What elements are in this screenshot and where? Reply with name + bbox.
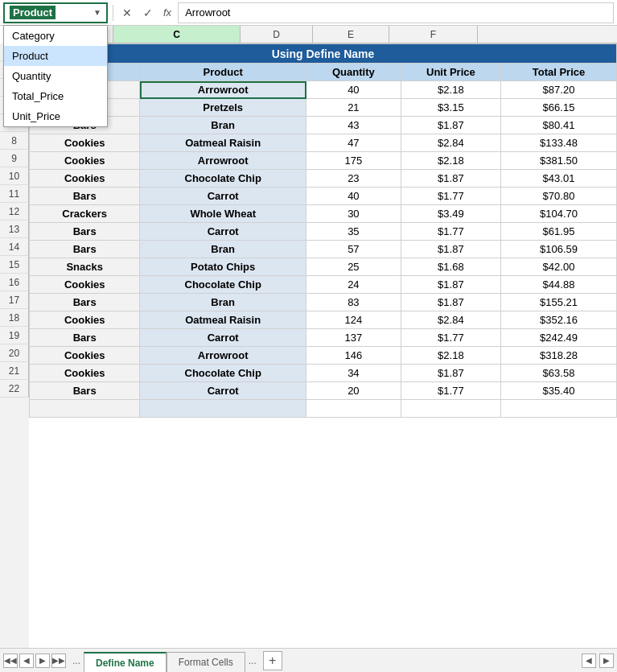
cell-cat[interactable]: Cookies [30, 134, 140, 152]
cell-total[interactable]: $104.70 [501, 205, 617, 223]
cell-cat[interactable]: Crackers [30, 205, 140, 223]
cell-cat[interactable]: Cookies [30, 170, 140, 188]
cell-cat[interactable]: Cookies [30, 152, 140, 170]
cell-qty[interactable]: 146 [306, 347, 401, 365]
cell-unit[interactable]: $1.68 [401, 258, 500, 276]
cell-qty[interactable]: 124 [306, 311, 401, 329]
cell-prod[interactable]: Oatmeal Raisin [140, 134, 306, 152]
cell-qty[interactable]: 40 [306, 81, 401, 99]
tab-scroll-left[interactable]: ◀ [582, 653, 596, 668]
cell-qty[interactable]: 137 [306, 329, 401, 347]
cell-total[interactable]: $106.59 [501, 241, 617, 258]
cell-total[interactable]: $44.88 [501, 276, 617, 294]
cell-cat[interactable]: Cookies [30, 311, 140, 329]
cell-prod[interactable]: Arrowroot [140, 152, 306, 170]
cell-empty[interactable] [140, 400, 306, 418]
dropdown-item-quantity[interactable]: Quantity [4, 66, 107, 86]
cell-prod[interactable]: Chocolate Chip [140, 365, 306, 382]
cell-qty[interactable]: 21 [306, 99, 401, 117]
dropdown-item-product[interactable]: Product [4, 46, 107, 66]
cell-cat[interactable]: Cookies [30, 347, 140, 365]
cell-total[interactable]: $242.49 [501, 329, 617, 347]
cell-qty[interactable]: 175 [306, 152, 401, 170]
cell-prod[interactable]: Arrowroot [140, 81, 306, 99]
cell-total[interactable]: $63.58 [501, 365, 617, 382]
cell-qty[interactable]: 35 [306, 223, 401, 241]
cell-qty[interactable]: 20 [306, 382, 401, 400]
dropdown-item-category[interactable]: Category [4, 26, 107, 46]
cell-prod[interactable]: Bran [140, 294, 306, 311]
cell-total[interactable]: $80.41 [501, 117, 617, 134]
cell-unit[interactable]: $2.18 [401, 152, 500, 170]
cell-unit[interactable]: $1.87 [401, 241, 500, 258]
cell-empty[interactable] [501, 400, 617, 418]
cell-cat[interactable]: Snacks [30, 258, 140, 276]
cell-unit[interactable]: $1.77 [401, 223, 500, 241]
cell-unit[interactable]: $2.18 [401, 347, 500, 365]
cell-qty[interactable]: 40 [306, 188, 401, 205]
cell-cat[interactable]: Bars [30, 294, 140, 311]
cell-qty[interactable]: 47 [306, 134, 401, 152]
cell-total[interactable]: $155.21 [501, 294, 617, 311]
tab-format-cells[interactable]: Format Cells [167, 652, 245, 673]
tab-last-btn[interactable]: ▶▶ [51, 653, 66, 668]
cell-unit[interactable]: $3.15 [401, 99, 500, 117]
cancel-button[interactable]: ✕ [118, 4, 136, 22]
cell-total[interactable]: $133.48 [501, 134, 617, 152]
cell-qty[interactable]: 83 [306, 294, 401, 311]
cell-total[interactable]: $87.20 [501, 81, 617, 99]
cell-qty[interactable]: 34 [306, 365, 401, 382]
cell-total[interactable]: $61.95 [501, 223, 617, 241]
cell-qty[interactable]: 24 [306, 276, 401, 294]
cell-unit[interactable]: $1.87 [401, 276, 500, 294]
cell-unit[interactable]: $1.77 [401, 329, 500, 347]
cell-empty[interactable] [306, 400, 401, 418]
cell-qty[interactable]: 25 [306, 258, 401, 276]
cell-total[interactable]: $352.16 [501, 311, 617, 329]
cell-empty[interactable] [401, 400, 500, 418]
cell-unit[interactable]: $2.84 [401, 134, 500, 152]
cell-qty[interactable]: 30 [306, 205, 401, 223]
cell-cat[interactable]: Bars [30, 223, 140, 241]
tab-scroll-right[interactable]: ▶ [599, 653, 614, 668]
tab-first-btn[interactable]: ◀◀ [3, 653, 18, 668]
cell-unit[interactable]: $2.84 [401, 311, 500, 329]
tab-add-button[interactable]: + [263, 651, 282, 670]
cell-prod[interactable]: Pretzels [140, 99, 306, 117]
cell-prod[interactable]: Bran [140, 241, 306, 258]
cell-qty[interactable]: 43 [306, 117, 401, 134]
dropdown-item-unit-price[interactable]: Unit_Price [4, 106, 107, 126]
cell-empty[interactable] [30, 400, 140, 418]
tab-prev-btn[interactable]: ◀ [19, 653, 34, 668]
cell-total[interactable]: $42.00 [501, 258, 617, 276]
cell-total[interactable]: $43.01 [501, 170, 617, 188]
cell-unit[interactable]: $2.18 [401, 81, 500, 99]
name-box-dropdown[interactable]: Category Product Quantity Total_Price Un… [3, 25, 108, 127]
col-header-e[interactable]: E [313, 26, 389, 43]
cell-qty[interactable]: 57 [306, 241, 401, 258]
cell-unit[interactable]: $1.77 [401, 382, 500, 400]
tab-next-btn[interactable]: ▶ [35, 653, 50, 668]
col-header-d[interactable]: D [241, 26, 313, 43]
formula-input[interactable] [178, 2, 614, 23]
cell-cat[interactable]: Bars [30, 329, 140, 347]
cell-unit[interactable]: $3.49 [401, 205, 500, 223]
col-header-f[interactable]: F [389, 26, 478, 43]
name-box[interactable]: Product ▼ [3, 2, 108, 23]
cell-prod[interactable]: Chocolate Chip [140, 276, 306, 294]
cell-prod[interactable]: Arrowroot [140, 347, 306, 365]
cell-prod[interactable]: Bran [140, 117, 306, 134]
cell-unit[interactable]: $1.87 [401, 117, 500, 134]
cell-total[interactable]: $35.40 [501, 382, 617, 400]
cell-unit[interactable]: $1.87 [401, 294, 500, 311]
tab-define-name[interactable]: Define Name [84, 652, 167, 673]
cell-cat[interactable]: Cookies [30, 365, 140, 382]
cell-prod[interactable]: Carrot [140, 188, 306, 205]
cell-unit[interactable]: $1.87 [401, 170, 500, 188]
dropdown-item-total-price[interactable]: Total_Price [4, 86, 107, 106]
cell-total[interactable]: $318.28 [501, 347, 617, 365]
cell-cat[interactable]: Bars [30, 382, 140, 400]
cell-unit[interactable]: $1.77 [401, 188, 500, 205]
cell-total[interactable]: $381.50 [501, 152, 617, 170]
cell-prod[interactable]: Carrot [140, 382, 306, 400]
